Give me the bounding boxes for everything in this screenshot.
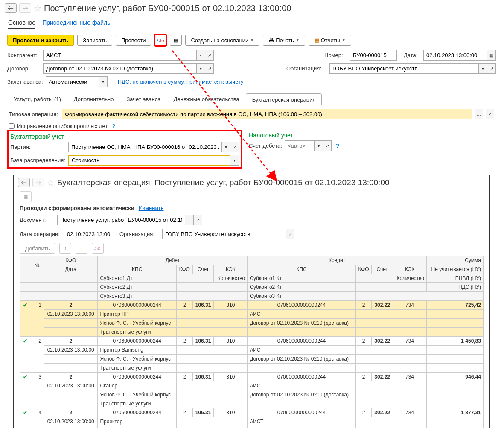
open-icon[interactable]: ↗	[205, 63, 214, 74]
col-date: Дата	[44, 265, 98, 274]
posting-auto-label: Проводки сформированы автоматически	[20, 205, 134, 211]
tab-accounting[interactable]: Бухгалтерская операция	[246, 93, 322, 105]
tab-files[interactable]: Присоединенные файлы	[42, 17, 111, 29]
nu-section: Налоговый учет Счет дебета: ▾ ↗ ?	[249, 132, 339, 154]
doc-input[interactable]	[57, 215, 185, 225]
open-icon[interactable]: ↗	[194, 215, 202, 225]
main-window: 🡠 🡢 ☆ Поступление услуг, работ БУ00-0000…	[0, 0, 503, 428]
counterparty-label: Контрагент:	[7, 52, 41, 58]
bu-header: Бухгалтерский учет	[10, 133, 239, 140]
write-button[interactable]: Записать	[77, 35, 112, 46]
help-icon[interactable]: ?	[112, 123, 115, 129]
counterparty-input[interactable]	[43, 50, 197, 61]
col-kek-c: КЭК	[393, 265, 427, 274]
dtkt-icon[interactable]: ДтКт	[92, 243, 104, 254]
col-credit: Кредит	[248, 256, 427, 265]
col-kfo-d: КФО	[177, 265, 193, 274]
forward-button[interactable]: 🡢	[19, 3, 31, 13]
open-icon[interactable]: ↗	[230, 142, 239, 152]
back-button[interactable]: 🡠	[18, 178, 30, 187]
back-button[interactable]: 🡠	[5, 3, 17, 13]
postings-table[interactable]: № КФО Дебет Кредит Сумма Дата КПС КФО Сч…	[20, 256, 484, 428]
dropdown-icon[interactable]: ▾	[315, 140, 323, 151]
vat-link[interactable]: НДС: не включен в сумму, принимается к в…	[118, 79, 244, 85]
debit-acc-label: Счет дебета:	[249, 143, 282, 149]
dtkt-button[interactable]: ДтКт	[154, 35, 166, 46]
up-icon[interactable]: ↑	[59, 243, 71, 254]
star-icon[interactable]: ☆	[34, 3, 41, 13]
suborg-input[interactable]	[162, 229, 286, 239]
advance-input[interactable]	[46, 76, 99, 87]
post-close-button[interactable]: Провести и закрыть	[7, 35, 74, 46]
forward-button[interactable]: 🡢	[32, 178, 44, 187]
typical-input[interactable]	[62, 109, 472, 119]
tab-obligations[interactable]: Денежные обязательства	[167, 93, 246, 105]
bu-section: Бухгалтерский учет Партия: ▾ ↗ База расп…	[7, 130, 242, 169]
tab-additional[interactable]: Дополнительно	[67, 93, 120, 105]
open-icon[interactable]: ↗	[487, 63, 496, 74]
doc-label: Документ:	[20, 217, 53, 223]
change-link[interactable]: Изменить	[139, 205, 164, 211]
opdate-input[interactable]	[64, 229, 115, 239]
dropdown-icon[interactable]: ▾	[230, 155, 239, 166]
col-num: №	[30, 256, 44, 274]
col-kek-d: КЭК	[214, 265, 248, 274]
top-tabs: Основное Присоединенные файлы	[0, 16, 503, 32]
fix-errors-checkbox[interactable]	[9, 123, 15, 129]
table-row[interactable]: ✔ 4 2 070600000000002442106.31310 070600…	[20, 408, 484, 417]
open-icon[interactable]: ↗	[205, 50, 214, 61]
more-icon[interactable]: …	[475, 109, 483, 119]
sub-title: Бухгалтерская операция: Поступление услу…	[57, 178, 390, 187]
date-label: Дата:	[404, 52, 421, 58]
print-button[interactable]: 🖶Печать▼	[263, 35, 305, 46]
header: 🡠 🡢 ☆ Поступление услуг, работ БУ00-0000…	[0, 0, 503, 16]
col-acc-d: Счет	[192, 265, 214, 274]
calendar-icon[interactable]: ▦	[487, 50, 496, 61]
dropdown-icon[interactable]: ▾	[222, 142, 230, 152]
window-title: Поступление услуг, работ БУ00-000015 от …	[44, 3, 291, 13]
suborg-label: Организация:	[119, 231, 158, 237]
col-kfo: КФО	[44, 256, 98, 265]
opdate-label: Дата операции:	[20, 231, 60, 237]
debit-acc-input[interactable]	[285, 140, 315, 151]
post-button[interactable]: Провести	[116, 35, 151, 46]
open-icon[interactable]: ↗	[323, 140, 332, 151]
create-based-button[interactable]: Создать на основании▼	[185, 35, 259, 46]
date-input[interactable]	[423, 50, 487, 61]
number-label: Номер:	[324, 52, 347, 58]
org-label: Организация:	[286, 65, 327, 72]
contract-input[interactable]	[43, 63, 197, 74]
col-notnu: Не учитывается (НУ)	[426, 265, 483, 274]
save-icon-button[interactable]: ▦	[20, 191, 32, 202]
dropdown-icon[interactable]: ▾	[479, 63, 487, 74]
col-sum: Сумма	[426, 256, 483, 265]
batch-label: Партия:	[10, 144, 66, 150]
add-button[interactable]: Добавить	[20, 243, 55, 254]
open-icon[interactable]: ↗	[486, 109, 494, 119]
report-icon-button[interactable]: ▤	[170, 35, 182, 46]
dropdown-icon[interactable]: ▾	[197, 63, 205, 74]
tab-services[interactable]: Услуги, работы (1)	[7, 93, 67, 105]
star-icon[interactable]: ☆	[47, 178, 55, 188]
toolbar: Провести и закрыть Записать Провести ДтК…	[0, 32, 503, 48]
tab-advance[interactable]: Зачет аванса	[120, 93, 167, 105]
more-icon[interactable]: …	[185, 215, 194, 225]
reports-button[interactable]: ▦Отчеты▼	[309, 35, 351, 46]
table-row[interactable]: ✔ 2 2 070600000000002442106.31310 070600…	[20, 337, 484, 346]
fix-errors-label: Исправление ошибок прошлых лет	[17, 123, 108, 129]
col-debit: Дебет	[98, 256, 248, 265]
org-input[interactable]	[329, 63, 479, 74]
table-row[interactable]: ✔ 3 2 070600000000002442106.31310 070600…	[20, 373, 484, 381]
col-kfo-c: КФО	[355, 265, 372, 274]
number-input[interactable]	[350, 50, 397, 61]
base-input[interactable]	[68, 155, 230, 166]
tab-main[interactable]: Основное	[8, 17, 35, 29]
col-kps-c: КПС	[248, 265, 355, 274]
down-icon[interactable]: ↓	[76, 243, 87, 254]
help-icon[interactable]: ?	[336, 143, 339, 149]
table-row[interactable]: ✔ 1 2 070600000000002442106.31310 070600…	[20, 301, 484, 310]
open-icon[interactable]: ↗	[286, 229, 294, 239]
dropdown-icon[interactable]: ▾	[99, 76, 108, 87]
dropdown-icon[interactable]: ▾	[197, 50, 205, 61]
batch-input[interactable]	[68, 142, 222, 152]
